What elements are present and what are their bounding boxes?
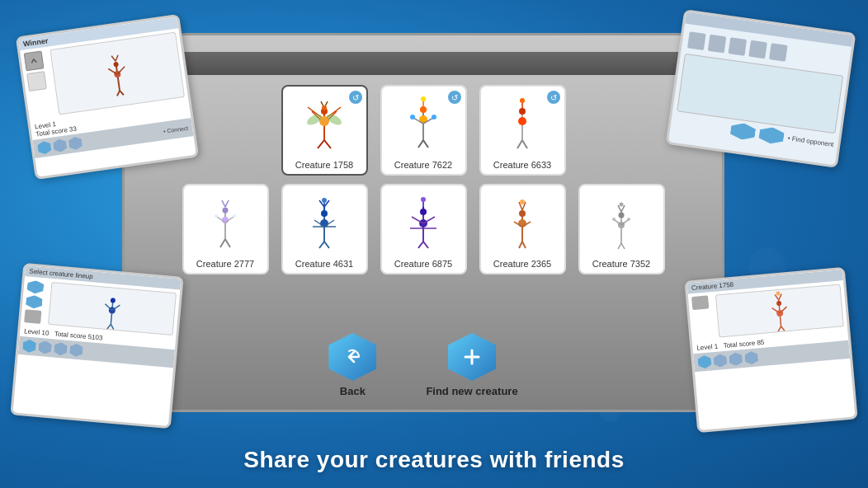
svg-point-85 <box>612 218 616 221</box>
br-mini-hex-1[interactable] <box>697 354 711 368</box>
svg-line-35 <box>222 200 225 207</box>
svg-point-22 <box>432 115 436 120</box>
creature-2777-image <box>184 185 267 259</box>
creature-card-1758[interactable]: ↺ <box>281 85 368 176</box>
svg-point-34 <box>223 207 229 213</box>
br-creature-area <box>715 284 844 337</box>
creature-card-2777[interactable]: Creature 2777 <box>182 184 269 274</box>
bl-btn-sm[interactable] <box>24 309 41 324</box>
back-button[interactable]: Back <box>328 333 376 397</box>
find-new-creature-button[interactable]: Find new creature <box>426 333 517 397</box>
svg-point-114 <box>776 291 780 295</box>
panel-header <box>141 52 705 75</box>
svg-line-55 <box>324 242 329 248</box>
svg-line-54 <box>319 242 324 248</box>
svg-point-79 <box>619 212 625 218</box>
svg-line-99 <box>120 90 124 95</box>
svg-line-88 <box>621 243 625 249</box>
bl-mini-hex-2[interactable] <box>38 340 52 354</box>
svg-point-109 <box>776 301 781 307</box>
creature-6875-label: Creature 6875 <box>394 259 452 269</box>
svg-point-16 <box>420 106 427 113</box>
svg-line-41 <box>220 239 225 247</box>
card-bottom-right: Creature 1758 Level 1 Total score 85 <box>684 267 857 433</box>
svg-line-96 <box>111 55 116 61</box>
svg-line-8 <box>324 140 331 148</box>
creature-7622-label: Creature 7622 <box>394 160 452 170</box>
mini-hex-1[interactable] <box>37 140 52 155</box>
br-mini-hex-4[interactable] <box>744 350 758 364</box>
tr-icon-2[interactable] <box>708 35 727 54</box>
card-connect-label: • Connect <box>163 124 188 134</box>
card-creature-display <box>50 32 185 115</box>
svg-point-40 <box>233 214 236 218</box>
svg-point-102 <box>110 298 116 303</box>
svg-point-39 <box>215 214 218 218</box>
tr-hex-btn-2[interactable] <box>758 125 785 145</box>
card-nav-placeholder <box>26 71 47 92</box>
bl-mini-hex-1[interactable] <box>22 339 36 353</box>
svg-point-29 <box>520 98 525 103</box>
card-top-right: • Find opponent <box>666 9 856 168</box>
creature-card-2365[interactable]: Creature 2365 <box>479 184 566 274</box>
mini-hex-2[interactable] <box>53 138 68 153</box>
bl-hex-1[interactable] <box>26 279 44 294</box>
card-nav-up[interactable] <box>24 51 45 72</box>
svg-point-49 <box>322 198 327 203</box>
creature-card-7622[interactable]: ↺ <box>380 85 467 176</box>
svg-point-60 <box>421 197 426 202</box>
creature-card-4631[interactable]: Creature 4631 <box>281 184 368 274</box>
find-hex <box>448 333 496 381</box>
bl-mini-hex-4[interactable] <box>69 343 83 357</box>
svg-point-11 <box>322 106 327 110</box>
bl-nav-col <box>24 279 48 324</box>
sync-icon-6633: ↺ <box>547 91 560 104</box>
svg-line-105 <box>106 324 111 329</box>
svg-line-23 <box>418 140 423 148</box>
creature-4631-label: Creature 4631 <box>295 259 353 269</box>
creature-6875-image <box>382 185 465 259</box>
action-buttons: Back Find new creature <box>328 333 517 397</box>
creature-2777-label: Creature 2777 <box>196 259 254 269</box>
creature-2365-image <box>481 185 564 259</box>
svg-line-87 <box>618 243 621 249</box>
svg-line-75 <box>519 242 522 248</box>
svg-line-42 <box>225 239 230 247</box>
svg-line-116 <box>781 326 785 331</box>
selected-indicator: ↺ <box>349 91 362 104</box>
tr-icon-1[interactable] <box>687 31 706 50</box>
back-hex <box>328 333 376 381</box>
card-top-left: Winner Level 1 Total score 33 <box>16 14 199 180</box>
svg-line-36 <box>225 200 229 207</box>
br-btn-sm-1[interactable] <box>691 295 709 310</box>
svg-point-26 <box>518 117 526 125</box>
creature-card-6633[interactable]: ↺ Creature 6633 <box>479 85 566 176</box>
back-label: Back <box>340 385 366 397</box>
tr-icon-4[interactable] <box>748 40 767 59</box>
br-mini-hex-3[interactable] <box>729 352 743 366</box>
bl-mini-hex-3[interactable] <box>54 342 68 356</box>
sync-icon-7622: ↺ <box>448 91 461 104</box>
creature-card-6875[interactable]: Creature 6875 <box>380 184 467 274</box>
creature-4631-image <box>283 185 366 259</box>
mini-hex-3[interactable] <box>68 136 83 151</box>
creature-1758-label: Creature 1758 <box>295 160 353 170</box>
creature-7352-label: Creature 7352 <box>592 259 650 269</box>
br-mini-hex-2[interactable] <box>713 354 727 368</box>
tr-icon-3[interactable] <box>729 37 748 56</box>
creatures-grid: ↺ <box>141 85 705 321</box>
bl-hex-2[interactable] <box>26 294 43 309</box>
svg-point-86 <box>627 218 630 221</box>
svg-line-31 <box>522 140 527 148</box>
svg-line-30 <box>517 140 522 148</box>
tr-bottom-label: • Find opponent <box>787 134 834 148</box>
svg-line-97 <box>115 54 119 60</box>
center-panel: ↺ <box>122 33 724 412</box>
card-bottom-left: Select creature lineup Level 10 Total sc… <box>10 263 183 429</box>
creature-card-7352[interactable]: Creature 7352 <box>578 184 665 274</box>
svg-line-76 <box>522 242 526 248</box>
svg-line-24 <box>423 140 428 148</box>
svg-point-27 <box>519 108 526 115</box>
tr-hex-btn-1[interactable] <box>729 122 756 142</box>
tr-icon-5[interactable] <box>769 43 788 62</box>
